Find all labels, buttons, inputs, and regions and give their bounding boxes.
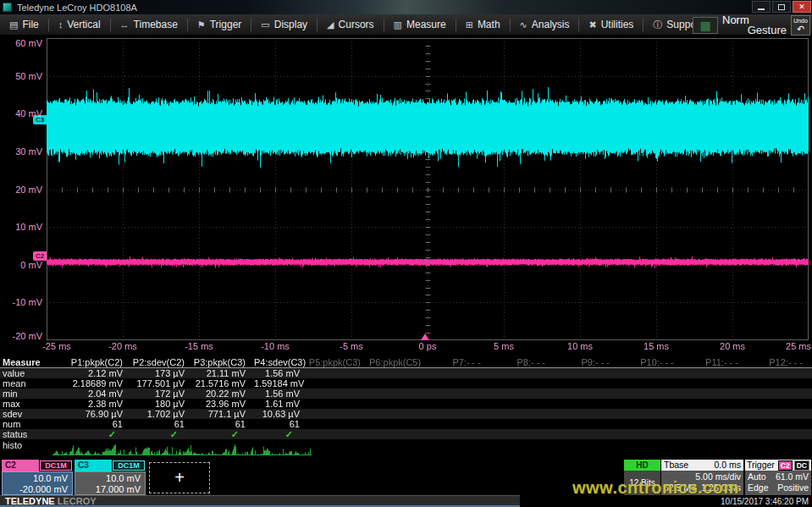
timebase-label: Tbase xyxy=(664,460,688,471)
measure-column-header[interactable]: P9:- - - xyxy=(554,356,618,368)
menu-bar: ▤File↕Vertical↔Timebase⚑Trigger▭Display◢… xyxy=(0,14,812,36)
measure-column-header[interactable]: P10:- - - xyxy=(618,356,682,368)
menu-item-label: Math xyxy=(478,19,500,30)
display-monitor-icon: ▭ xyxy=(261,19,269,30)
vertical-arrows-icon: ↕ xyxy=(58,19,64,30)
measure-row-label: min xyxy=(3,389,18,399)
measure-column-header[interactable]: P3:pkpk(C3) xyxy=(193,356,254,368)
measure-value-cell: 1.61 mV xyxy=(254,399,308,409)
grid-display-button[interactable]: ▦ xyxy=(693,17,718,34)
menu-analysis[interactable]: ∿Analysis xyxy=(511,14,579,35)
c3-channel-settings: 10.0 mV 17.000 mV xyxy=(75,471,146,495)
trigger-level: 61.0 mV xyxy=(776,471,809,482)
measure-row-value: value2.12 mV173 µV21.11 mV1.56 mV xyxy=(0,368,812,378)
hd-mode-box[interactable]: HD 12 Bits xyxy=(624,460,660,495)
y-axis-tick-label: 0 mV xyxy=(0,260,42,270)
measure-value-cell: 20.22 mV xyxy=(193,389,254,399)
menu-cursors[interactable]: ◢Cursors xyxy=(318,14,383,35)
measure-column-header[interactable]: P1:pkpk(C2) xyxy=(51,356,131,368)
timebase-per-div: 5.00 ms/div xyxy=(664,471,741,482)
hd-bits: 12 Bits xyxy=(624,471,660,495)
window-minimize-button[interactable] xyxy=(752,1,771,13)
minimize-icon xyxy=(758,8,765,10)
y-axis-tick-label: 20 mV xyxy=(0,185,42,195)
timebase-arrows-icon: ↔ xyxy=(120,19,130,30)
x-axis-tick-label: -15 ms xyxy=(172,341,226,351)
measure-column-header[interactable]: P12:- - - xyxy=(747,356,811,368)
measure-column-header[interactable]: P5:pkpk(C3) xyxy=(308,356,369,368)
c3-channel-header: C3 DC1M xyxy=(75,460,146,471)
undo-button-label: Undo xyxy=(793,18,808,24)
measure-row-label: mean xyxy=(3,378,26,389)
menu-timebase[interactable]: ↔Timebase xyxy=(111,14,187,35)
x-axis-tick-label: 20 ms xyxy=(705,341,760,351)
gesture-label: Gesture xyxy=(748,24,787,36)
c2-channel-box[interactable]: C2 DC1M 10.0 mV -20.000 mV xyxy=(2,460,73,495)
measure-value-cell: 76.90 µV xyxy=(51,409,131,419)
trigger-label: Trigger xyxy=(747,460,776,471)
measure-value-cell: 23.96 mV xyxy=(193,399,254,409)
c2-offset: -20.000 mV xyxy=(7,484,68,495)
measure-row-label: max xyxy=(3,399,20,409)
measure-row-min: min2.04 mV172 µV20.22 mV1.56 mV xyxy=(0,389,812,399)
trigger-source-badge: C2 xyxy=(778,460,793,471)
measure-row-num: num61616161 xyxy=(0,419,812,429)
trigger-position-marker[interactable] xyxy=(421,333,429,340)
menu-item-label: Cursors xyxy=(339,19,374,30)
measure-row-label: value xyxy=(3,368,25,378)
measure-status-check-icon: ✓ xyxy=(51,429,131,439)
measure-column-header[interactable]: P8:- - - xyxy=(489,356,554,368)
gesture-mode-control[interactable]: Norm Gesture xyxy=(722,14,787,36)
measure-value-cell: 2.12 mV xyxy=(51,368,131,378)
measure-column-header[interactable]: P7:- - - xyxy=(425,356,489,368)
measure-title: Measure xyxy=(3,356,41,368)
measure-row-status: status✓✓✓✓ xyxy=(0,429,812,439)
menu-item-label: Measure xyxy=(406,19,446,30)
menu-item-label: Trigger xyxy=(210,19,242,30)
measure-value-cell: 21.5716 mV xyxy=(193,378,254,389)
math-icon: ⊞ xyxy=(466,19,473,30)
timebase-box[interactable]: Tbase 0.0 ms 5.00 ms/div 62.5 MS 1.25 GS… xyxy=(661,460,743,495)
window-restore-button[interactable] xyxy=(772,1,791,13)
menu-display[interactable]: ▭Display xyxy=(251,14,317,35)
menu-utilities[interactable]: ✖Utilities xyxy=(579,14,643,35)
c2-volts-per-div: 10.0 mV xyxy=(7,473,68,484)
window-title: Teledyne LeCroy HDO8108A xyxy=(17,3,137,13)
timebase-body: 5.00 ms/div 62.5 MS 1.25 GS/s xyxy=(661,471,743,495)
measure-column-header[interactable]: P2:sdev(C2) xyxy=(131,356,193,368)
measure-column-header[interactable]: P6:pkpk(C5) xyxy=(369,356,425,368)
waveform-grid-canvas[interactable] xyxy=(47,38,809,340)
trigger-slope: Positive xyxy=(777,482,809,493)
y-axis-tick-label: 60 mV xyxy=(0,38,42,48)
menu-measure[interactable]: ▥Measure xyxy=(384,14,456,35)
c3-offset: 17.000 mV xyxy=(80,484,141,495)
measure-column-header[interactable]: P4:sdev(C3) xyxy=(254,356,308,368)
waveform-plot-area: C3 C2 60 mV50 mV40 mV30 mV20 mV10 mV0 mV… xyxy=(0,36,812,356)
undo-button[interactable]: Undo ↶ xyxy=(791,15,810,36)
measure-value-cell: 61 xyxy=(193,419,254,429)
x-axis-tick-label: -10 ms xyxy=(248,341,302,351)
menu-item-label: Utilities xyxy=(601,19,634,30)
measure-column-header[interactable]: P11:- - - xyxy=(682,356,747,368)
menu-item-label: File xyxy=(22,19,38,30)
file-icon: ▤ xyxy=(9,19,18,30)
utilities-tools-icon: ✖ xyxy=(588,19,596,30)
bottom-status-bar: TELEDYNE LECROY 10/15/2017 3:46:20 PM xyxy=(0,495,812,507)
measure-row-max: max2.38 mV180 µV23.96 mV1.61 mV xyxy=(0,399,812,409)
timebase-rate: 1.25 GS/s xyxy=(701,482,741,493)
menu-vertical[interactable]: ↕Vertical xyxy=(49,14,110,35)
c3-channel-box[interactable]: C3 DC1M 10.0 mV 17.000 mV xyxy=(75,460,146,495)
brand-strip: TELEDYNE LECROY xyxy=(0,495,520,507)
y-axis-tick-label: -10 mV xyxy=(0,297,42,307)
window-close-button[interactable]: ✕ xyxy=(793,1,811,13)
menu-trigger[interactable]: ⚑Trigger xyxy=(188,14,251,35)
menu-math[interactable]: ⊞Math xyxy=(456,14,510,35)
measure-value-cell: 10.63 µV xyxy=(254,409,308,419)
menu-item-label: Display xyxy=(274,19,307,30)
menu-file[interactable]: ▤File xyxy=(0,14,48,35)
add-channel-button[interactable]: + xyxy=(149,462,210,493)
trigger-box[interactable]: Trigger C2 DC Auto 61.0 mV Edge Positive xyxy=(745,460,811,495)
measure-value-cell: 180 µV xyxy=(131,399,193,409)
y-axis-tick-label: 10 mV xyxy=(0,222,42,232)
menu-right-cluster: ▦ Norm Gesture Undo ↶ xyxy=(693,14,810,36)
